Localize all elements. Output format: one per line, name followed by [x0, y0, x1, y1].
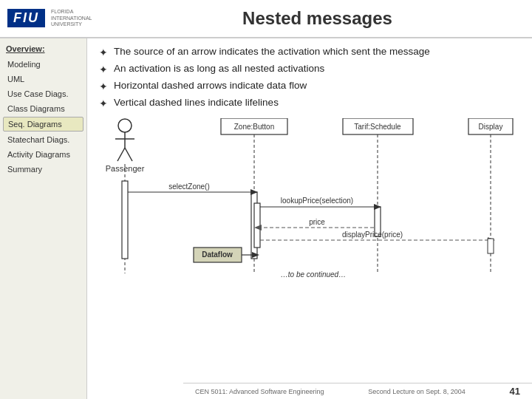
bullet-2: ✦ An activation is as long as all nested… — [99, 63, 520, 75]
footer-date: Second Lecture on Sept. 8, 2004 — [368, 388, 466, 395]
logo: FIU — [7, 9, 45, 27]
sidebar: Overview: Modeling UML Use Case Diags. C… — [0, 38, 87, 399]
sequence-diagram: Passenger Zone:Button Tarif:Schedule Dis… — [99, 118, 520, 288]
main-layout: Overview: Modeling UML Use Case Diags. C… — [0, 38, 532, 399]
dataflow-label: Dataflow — [202, 250, 233, 259]
sidebar-item-statechart[interactable]: Statechart Diags. — [3, 133, 83, 146]
svg-line-3 — [117, 148, 125, 161]
svg-line-4 — [125, 148, 132, 161]
price-label: price — [309, 218, 325, 226]
bullet-text-3: Horizontal dashed arrows indicate data f… — [114, 80, 307, 91]
bullet-list: ✦ The source of an arrow indicates the a… — [99, 46, 520, 109]
header: FIU FLORIDA INTERNATIONAL UNIVERSITY Nes… — [0, 0, 532, 38]
display-price-label: displayPrice(price) — [342, 231, 403, 239]
bullet-star-1: ✦ — [99, 47, 108, 58]
sidebar-overview-label: Overview: — [3, 44, 83, 53]
bullet-text-4: Vertical dashed lines indicate lifelines — [114, 97, 279, 108]
bullet-text-2: An activation is as long as all nested a… — [114, 63, 324, 74]
svg-rect-24 — [488, 239, 494, 253]
svg-rect-14 — [254, 203, 260, 248]
bullet-4: ✦ Vertical dashed lines indicate lifelin… — [99, 97, 520, 109]
page-title: Nested messages — [110, 8, 525, 29]
sidebar-item-seq-diagrams[interactable]: Seq. Diagrams — [3, 117, 83, 132]
bullet-text-1: The source of an arrow indicates the act… — [114, 46, 430, 57]
logo-subtitle: FLORIDA INTERNATIONAL UNIVERSITY — [51, 9, 110, 27]
zone-button-label: Zone:Button — [234, 123, 274, 131]
svg-point-0 — [118, 119, 132, 132]
lookup-price-label: lookupPrice(selection) — [281, 197, 353, 205]
sidebar-item-class-diagrams[interactable]: Class Diagrams — [3, 102, 83, 115]
content-area: ✦ The source of an arrow indicates the a… — [87, 38, 532, 399]
bullet-star-2: ✦ — [99, 64, 108, 75]
sidebar-item-activity[interactable]: Activity Diagrams — [3, 148, 83, 161]
select-zone-label: selectZone() — [168, 183, 210, 191]
logo-area: FIU FLORIDA INTERNATIONAL UNIVERSITY — [7, 9, 110, 27]
display-label: Display — [479, 123, 503, 131]
continued-label: …to be continued… — [281, 270, 346, 279]
page-number: 41 — [510, 386, 520, 397]
bullet-1: ✦ The source of an arrow indicates the a… — [99, 46, 520, 58]
bullet-3: ✦ Horizontal dashed arrows indicate data… — [99, 80, 520, 92]
sidebar-item-use-case[interactable]: Use Case Diags. — [3, 87, 83, 100]
footer-course: CEN 5011: Advanced Software Engineering — [195, 388, 324, 395]
sidebar-item-summary[interactable]: Summary — [3, 163, 83, 176]
sidebar-item-modeling[interactable]: Modeling — [3, 58, 83, 71]
bullet-star-4: ✦ — [99, 98, 108, 109]
sidebar-item-uml[interactable]: UML — [3, 72, 83, 86]
diagram-svg: Passenger Zone:Button Tarif:Schedule Dis… — [99, 118, 520, 288]
footer: CEN 5011: Advanced Software Engineering … — [183, 383, 532, 399]
tarif-schedule-label: Tarif:Schedule — [354, 123, 401, 131]
bullet-star-3: ✦ — [99, 81, 108, 92]
svg-rect-12 — [122, 181, 128, 259]
